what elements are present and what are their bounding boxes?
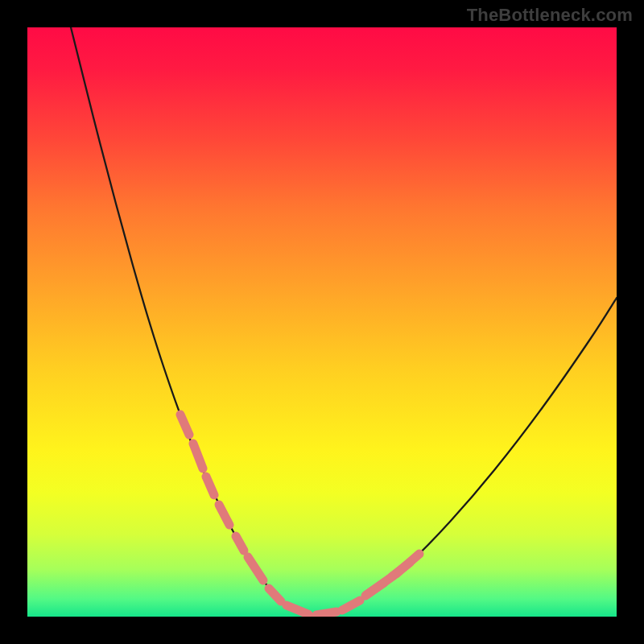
highlight-dash	[219, 505, 229, 525]
watermark-text: TheBottleneck.com	[467, 5, 633, 26]
bottleneck-curve	[71, 27, 617, 615]
highlight-dash	[193, 444, 203, 469]
curve-layer	[27, 27, 617, 617]
highlight-dash	[287, 605, 308, 614]
highlight-dash	[269, 588, 281, 601]
highlight-dash	[342, 601, 360, 610]
highlight-dash	[248, 557, 263, 580]
plot-area	[27, 27, 617, 617]
highlight-dash	[236, 536, 244, 551]
highlight-segments	[180, 415, 419, 615]
highlight-dash	[206, 477, 214, 495]
highlight-dash	[392, 563, 410, 576]
outer-frame: TheBottleneck.com	[0, 0, 644, 644]
highlight-dash	[316, 612, 336, 615]
highlight-dash	[180, 415, 189, 435]
